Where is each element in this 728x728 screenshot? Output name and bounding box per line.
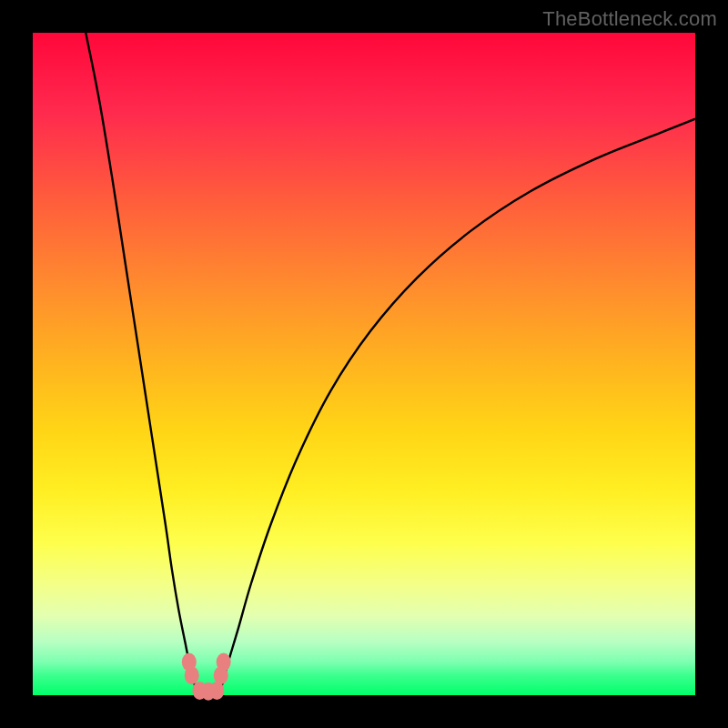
- curve-svg: [33, 33, 695, 695]
- curve-right-branch: [219, 119, 695, 693]
- marker-group: [182, 653, 231, 701]
- marker-left-cluster-lower: [185, 666, 199, 684]
- watermark-text: TheBottleneck.com: [542, 7, 717, 31]
- marker-bottom-right: [209, 682, 224, 700]
- plot-area: [33, 33, 695, 695]
- curve-left-branch: [86, 33, 197, 692]
- outer-frame: TheBottleneck.com: [0, 0, 728, 728]
